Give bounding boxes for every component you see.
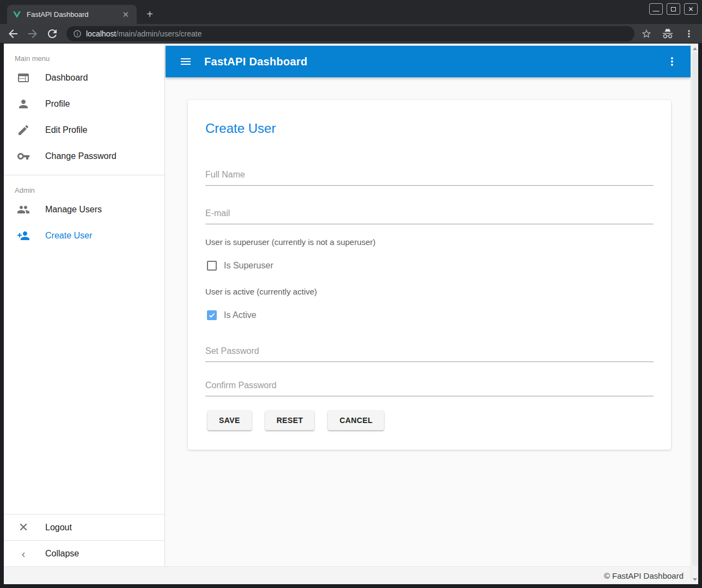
person-add-icon (17, 229, 30, 242)
app-header: FastAPI Dashboard (166, 46, 691, 77)
new-tab-button[interactable]: + (143, 8, 157, 22)
maximize-icon (671, 7, 676, 11)
app-title: FastAPI Dashboard (204, 56, 308, 68)
sidebar-section-main-menu: Main menu (4, 44, 164, 65)
app-menu-dots-icon[interactable] (666, 55, 679, 68)
superuser-checkbox-row[interactable]: Is Superuser (207, 261, 654, 271)
browser-tab[interactable]: FastAPI Dashboard ✕ (7, 5, 137, 24)
sidebar-item-collapse[interactable]: ‹ Collapse (4, 540, 164, 566)
scrollbar-down-arrow[interactable] (691, 575, 698, 583)
minimize-icon: — (653, 8, 660, 14)
scrollbar-up-arrow[interactable] (691, 45, 698, 52)
browser-menu-icon[interactable] (683, 28, 694, 39)
active-checkbox-row[interactable]: Is Active (207, 310, 654, 320)
vue-favicon-icon (13, 10, 21, 19)
page-content: Main menu Dashboard Profile Edit Profile (4, 44, 698, 584)
info-icon[interactable] (73, 29, 82, 38)
cancel-button[interactable]: CANCEL (328, 411, 384, 430)
sidebar-item-create-user[interactable]: Create User (4, 223, 164, 249)
sidebar-item-label: Profile (45, 99, 70, 109)
sidebar-item-profile[interactable]: Profile (4, 91, 164, 117)
back-icon[interactable] (7, 27, 20, 40)
reload-icon[interactable] (46, 27, 59, 40)
incognito-icon[interactable] (662, 28, 674, 40)
page-scrollbar[interactable] (691, 44, 698, 584)
sidebar-item-label: Change Password (45, 151, 117, 161)
form-buttons: SAVE RESET CANCEL (207, 411, 654, 430)
tab-title: FastAPI Dashboard (27, 10, 120, 19)
browser-toolbar: localhost/main/admin/users/create (0, 24, 702, 44)
is-active-checkbox[interactable] (207, 310, 217, 320)
window-close-button[interactable]: ✕ (684, 3, 698, 15)
create-user-card: Create User User is superuser (currently… (188, 100, 671, 450)
is-active-label: Is Active (224, 310, 257, 320)
set-password-input[interactable] (205, 346, 654, 362)
hamburger-menu-icon[interactable] (179, 55, 192, 68)
copyright-text: © FastAPI Dashboard (604, 571, 683, 580)
chevron-left-icon: ‹ (17, 547, 30, 560)
sidebar-item-logout[interactable]: ✕ Logout (4, 514, 164, 540)
sidebar-item-manage-users[interactable]: Manage Users (4, 197, 164, 223)
save-button[interactable]: SAVE (207, 411, 252, 430)
sidebar-item-dashboard[interactable]: Dashboard (4, 65, 164, 91)
checkmark-icon (208, 311, 216, 319)
card-title: Create User (205, 121, 654, 136)
url-host: localhost (86, 29, 116, 38)
email-input[interactable] (205, 209, 654, 224)
triangle-up-icon (693, 47, 697, 50)
main-area: FastAPI Dashboard Create User User is su… (166, 44, 691, 566)
sidebar-item-label: Edit Profile (45, 125, 87, 135)
triangle-down-icon (693, 578, 697, 581)
sidebar: Main menu Dashboard Profile Edit Profile (4, 44, 165, 566)
browser-window: FastAPI Dashboard ✕ + — ✕ localhost/main… (0, 0, 702, 588)
pencil-icon (17, 124, 30, 137)
reset-button[interactable]: RESET (265, 411, 315, 430)
dashboard-icon (17, 71, 30, 84)
scrollbar-thumb[interactable] (692, 52, 698, 566)
sidebar-item-label: Create User (45, 231, 92, 241)
forward-icon[interactable] (26, 27, 39, 40)
sidebar-item-edit-profile[interactable]: Edit Profile (4, 117, 164, 143)
url-text: localhost/main/admin/users/create (86, 29, 202, 38)
person-icon (17, 97, 30, 111)
window-maximize-button[interactable] (667, 3, 680, 15)
confirm-password-input[interactable] (205, 381, 654, 396)
sidebar-item-label: Collapse (45, 549, 79, 559)
url-path: /main/admin/users/create (116, 29, 202, 38)
logout-close-icon: ✕ (17, 521, 30, 534)
is-superuser-label: Is Superuser (224, 261, 273, 271)
superuser-hint: User is superuser (currently is not a su… (205, 237, 654, 247)
sidebar-item-change-password[interactable]: Change Password (4, 143, 164, 169)
close-icon: ✕ (688, 6, 693, 13)
sidebar-bottom: ✕ Logout ‹ Collapse (4, 514, 164, 566)
sidebar-item-label: Logout (45, 523, 72, 532)
address-bar[interactable]: localhost/main/admin/users/create (66, 26, 634, 41)
window-controls: — ✕ (649, 3, 698, 15)
people-icon (17, 203, 30, 216)
toolbar-actions (641, 28, 694, 40)
full-name-input[interactable] (205, 170, 654, 186)
is-superuser-checkbox[interactable] (207, 261, 217, 271)
sidebar-item-label: Dashboard (45, 73, 88, 83)
sidebar-section-admin: Admin (4, 175, 164, 197)
active-hint: User is active (currently active) (205, 287, 654, 296)
window-minimize-button[interactable]: — (649, 3, 663, 15)
page-footer: © FastAPI Dashboard (4, 566, 698, 584)
sidebar-item-label: Manage Users (45, 205, 102, 215)
tab-close-icon[interactable]: ✕ (120, 9, 131, 20)
tab-strip: FastAPI Dashboard ✕ + — ✕ (0, 0, 702, 24)
key-icon (17, 150, 30, 163)
bookmark-star-icon[interactable] (641, 28, 652, 39)
